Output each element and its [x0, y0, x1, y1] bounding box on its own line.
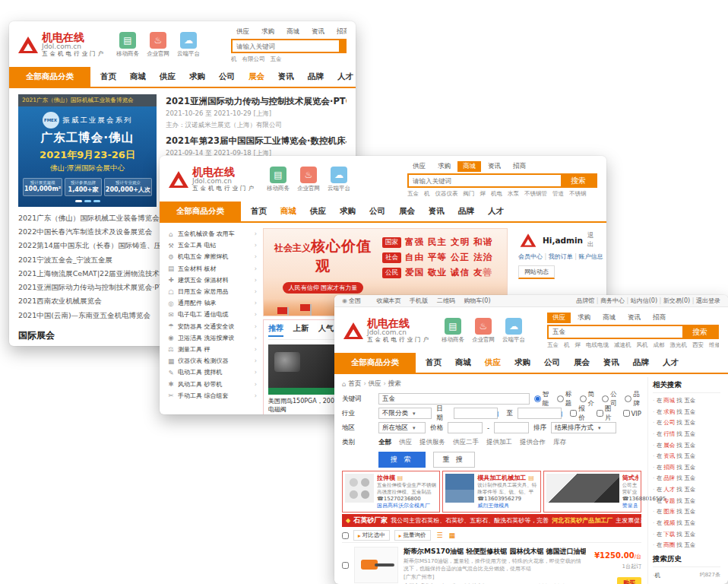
- business-center-link[interactable]: 商务中心: [597, 297, 625, 304]
- all-categories-button[interactable]: 全部商品分类: [9, 67, 90, 87]
- breadcrumb-supply[interactable]: 供应: [363, 379, 381, 389]
- brand-hall-link[interactable]: 品牌馆: [576, 297, 594, 304]
- list-view-icon[interactable]: ☰: [437, 532, 443, 539]
- related-search-link[interactable]: 在求购找 五金: [653, 407, 720, 418]
- type-cooperation[interactable]: 提供合作: [520, 438, 546, 447]
- quick-mobile[interactable]: ▤移动商务: [442, 318, 464, 344]
- nav-news[interactable]: 资讯: [422, 206, 451, 217]
- category-item[interactable]: ◎通用配件 轴承›: [167, 297, 257, 309]
- ad-company-link[interactable]: 赞皇县金工矿山机械有限公司: [622, 502, 638, 509]
- logout-link[interactable]: 退出登录: [692, 297, 720, 304]
- search-tab-invest[interactable]: 招商: [508, 161, 531, 172]
- logout-link[interactable]: 退出: [587, 231, 597, 249]
- batch-inquiry-button[interactable]: ▸批量询价: [394, 530, 431, 541]
- category-item[interactable]: ✱风动工具 砂带机›: [167, 378, 257, 389]
- related-search-link[interactable]: 在品牌找 五金: [653, 473, 720, 484]
- related-search-link[interactable]: 在展会找 五金: [653, 440, 720, 452]
- search-button[interactable]: 搜索: [682, 326, 717, 338]
- mobile-link[interactable]: 手机版: [410, 297, 428, 304]
- quick-cloud[interactable]: ☁云端平台: [328, 167, 350, 192]
- quick-mobile[interactable]: ▤移动商务: [267, 167, 290, 192]
- ad-card[interactable]: 模具加工机械加工 ▤ 设计制作模具工装夹具、特殊零件等 车、铣、钻、平磨圆磨、攻…: [442, 471, 540, 513]
- nav-exhibition[interactable]: 展会: [392, 206, 422, 217]
- category-item[interactable]: ✚建筑五金 保温材料›: [167, 275, 257, 286]
- type-supply[interactable]: 供应: [399, 438, 412, 447]
- industry-select[interactable]: 不限分类▾: [378, 408, 432, 419]
- type-stock[interactable]: 库存: [553, 438, 566, 447]
- breadcrumb-home[interactable]: 首页: [348, 379, 361, 389]
- nav-home[interactable]: 首页: [93, 71, 123, 82]
- related-search-link[interactable]: 在招商找 五金: [653, 462, 720, 474]
- related-search-link[interactable]: 在视频找 五金: [653, 518, 720, 529]
- quick-site[interactable]: ♨企业官网: [147, 32, 169, 58]
- compare-button[interactable]: ▸对比选中: [353, 530, 390, 541]
- type-service[interactable]: 提供服务: [419, 438, 445, 447]
- related-search-link[interactable]: 在公司找 五金: [653, 417, 720, 429]
- type-secondhand[interactable]: 供应二手: [453, 438, 479, 447]
- category-item[interactable]: ✎电动工具 搅拌机›: [167, 367, 257, 378]
- messages-link[interactable]: 站内信(0): [626, 297, 657, 304]
- quick-site[interactable]: ♨企业官网: [472, 318, 495, 344]
- related-search-link[interactable]: 在商圈找 五金: [653, 540, 720, 551]
- filter-search-button[interactable]: 搜 索: [378, 452, 426, 468]
- search-tab-buy[interactable]: 求购: [572, 313, 596, 323]
- category-item[interactable]: ⚙机电五金 摩擦焊机›: [167, 251, 257, 262]
- tab-new[interactable]: 上新: [293, 323, 309, 337]
- date-to-input[interactable]: [518, 408, 562, 419]
- category-item[interactable]: ▤五金材料 板材›: [167, 263, 257, 275]
- item-title[interactable]: 斯蒂尔MS170油锯 轻便型修枝锯 园林伐木锯 德国进口油锯: [404, 547, 586, 557]
- category-item[interactable]: ☂安防器具 交通安全设›: [167, 321, 257, 332]
- nav-company[interactable]: 公司: [537, 357, 567, 368]
- select-all-checkbox[interactable]: [342, 532, 349, 539]
- search-tab-news[interactable]: 资讯: [483, 161, 506, 172]
- related-search-link[interactable]: 在商城找 五金: [653, 395, 720, 407]
- nav-buy[interactable]: 求购: [508, 357, 537, 368]
- exhibition-banner[interactable]: 2021广东（佛山）国际机械工业装备博览会 FMEX 振威工业展会系列 广东工博…: [18, 94, 157, 207]
- search-tab-invest[interactable]: 招商: [647, 313, 671, 323]
- nav-supply[interactable]: 供应: [303, 206, 333, 217]
- breadcrumb-search[interactable]: 搜索: [384, 379, 401, 389]
- nav-buy[interactable]: 求购: [182, 71, 212, 82]
- related-search-link[interactable]: 在下载找 五金: [653, 529, 720, 541]
- search-input[interactable]: [233, 40, 339, 52]
- related-search-link[interactable]: 在人才找 五金: [653, 484, 720, 496]
- quick-site[interactable]: ♨企业官网: [297, 167, 320, 192]
- filter-reset-button[interactable]: 重 搜: [433, 452, 476, 468]
- nav-talent[interactable]: 人才: [656, 357, 685, 368]
- region-link[interactable]: ◉全国: [342, 297, 368, 304]
- search-tab-news[interactable]: 资讯: [622, 313, 646, 323]
- nav-company[interactable]: 公司: [362, 206, 392, 217]
- nav-mall[interactable]: 商城: [123, 71, 153, 82]
- search-tab-mall[interactable]: 商城: [457, 161, 481, 172]
- nav-exhibition[interactable]: 展会: [242, 71, 271, 82]
- all-categories-button[interactable]: 全部商品分类: [334, 353, 416, 373]
- type-all[interactable]: 全部: [378, 438, 391, 447]
- nav-news[interactable]: 资讯: [271, 71, 301, 82]
- related-search-link[interactable]: 在资讯找 五金: [653, 451, 720, 462]
- nav-buy[interactable]: 求购: [333, 206, 362, 217]
- ad-strip[interactable]: ◆ 石英砂厂家 我公司主营石英粉、石英砂、五彩石、酸洗石英砂等，完善 河北石英砂…: [342, 514, 641, 527]
- member-center-link[interactable]: 会员中心: [518, 253, 543, 260]
- site-news-tab[interactable]: 网站动态: [518, 265, 555, 279]
- category-item[interactable]: ◉卫浴洁具 洗浴按摩设›: [167, 332, 257, 344]
- nav-mall[interactable]: 商城: [274, 206, 303, 217]
- nav-brand[interactable]: 品牌: [626, 357, 656, 368]
- search-button[interactable]: 搜索: [561, 175, 596, 186]
- history-item[interactable]: 五金约1063条: [653, 582, 720, 584]
- category-item[interactable]: ⚖测量工具 秤›: [167, 344, 257, 355]
- search-tab-supply[interactable]: 供应: [407, 161, 431, 172]
- date-from-input[interactable]: [454, 408, 498, 419]
- nav-exhibition[interactable]: 展会: [567, 357, 597, 368]
- category-item[interactable]: ⌂五金机械设备 农用车›: [167, 228, 257, 240]
- type-processing[interactable]: 提供加工: [486, 438, 512, 447]
- area-select[interactable]: 所在地区▾: [378, 422, 426, 433]
- cart-link[interactable]: 购物车(0): [464, 297, 490, 304]
- category-item[interactable]: ✂手动工具 综合组套›: [167, 390, 257, 402]
- related-search-link[interactable]: 在专题找 五金: [653, 496, 720, 507]
- buy-button[interactable]: 购买: [617, 577, 641, 584]
- search-tab-buy[interactable]: 求购: [256, 27, 280, 37]
- nav-brand[interactable]: 品牌: [451, 206, 481, 217]
- quick-mobile[interactable]: ▤移动商务: [116, 32, 139, 58]
- site-logo[interactable]: 机电在线 Jdol.com.cn 五金机电行业门户: [343, 318, 431, 344]
- keyword-input[interactable]: [378, 393, 530, 405]
